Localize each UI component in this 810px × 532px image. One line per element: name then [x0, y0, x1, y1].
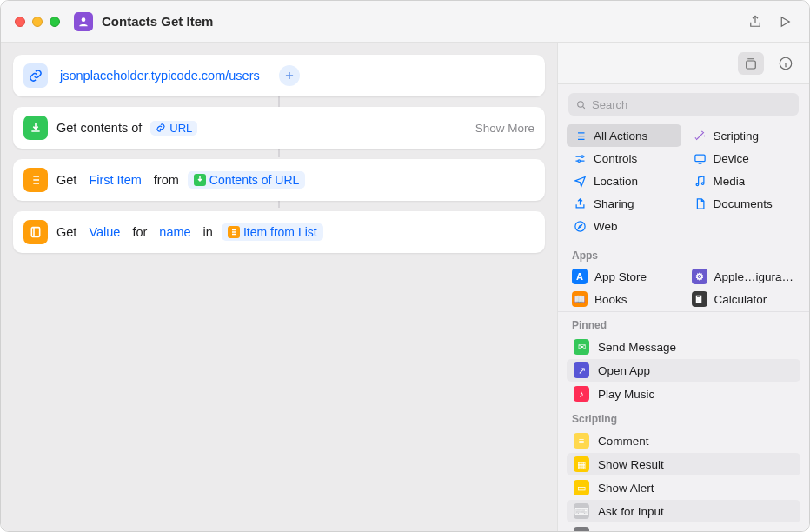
- document-icon: [694, 197, 707, 210]
- apps-grid: AApp Store⚙Apple…igurator📖Books🖩Calculat…: [558, 265, 809, 312]
- category-device[interactable]: Device: [687, 147, 801, 170]
- slider-icon: [574, 152, 587, 165]
- svg-rect-2: [747, 61, 756, 69]
- wand-icon: [694, 130, 707, 143]
- titlebar: Contacts Get Item: [1, 1, 809, 43]
- scripting-item-show-result[interactable]: ▦Show Result: [567, 453, 800, 475]
- action-label: Get contents of: [56, 121, 142, 135]
- close-window-button[interactable]: [15, 17, 25, 27]
- download-icon: [194, 174, 206, 186]
- minimize-window-button[interactable]: [32, 17, 43, 27]
- pinned-item-send-message[interactable]: ✉Send Message: [567, 336, 800, 358]
- app-app-store[interactable]: AApp Store: [567, 265, 681, 288]
- display-icon: [694, 152, 707, 165]
- apps-clip: AApp Store⚙Apple…igurator📖Books🖩Calculat…: [558, 265, 809, 312]
- action-label: Open App: [598, 364, 650, 377]
- action-label: Ask for Input: [598, 505, 664, 518]
- link-icon: [23, 63, 48, 88]
- category-label: Scripting: [714, 130, 760, 143]
- url-value[interactable]: jsonplaceholder.typicode.com/users: [56, 69, 263, 83]
- svg-rect-1: [31, 228, 39, 237]
- editor-inner: jsonplaceholder.typicode.com/users Get c…: [13, 55, 545, 253]
- window-title: Contacts Get Item: [102, 14, 213, 29]
- category-controls[interactable]: Controls: [567, 147, 681, 170]
- list-icon: [23, 168, 48, 192]
- param-first-item[interactable]: First Item: [85, 173, 144, 187]
- action-label: Show Alert: [598, 482, 654, 495]
- actions-list-scroll[interactable]: Pinned ✉Send Message↗Open App♪Play Music…: [558, 312, 809, 531]
- category-location[interactable]: Location: [567, 170, 681, 192]
- workflow-editor[interactable]: jsonplaceholder.typicode.com/users Get c…: [1, 43, 557, 531]
- download-icon: [23, 116, 48, 140]
- pinned-label: Pinned: [558, 312, 809, 335]
- app-icon: A: [572, 269, 588, 284]
- zoom-window-button[interactable]: [50, 17, 60, 27]
- svg-point-8: [696, 183, 699, 186]
- svg-point-9: [701, 182, 704, 184]
- category-label: Media: [714, 175, 746, 188]
- category-scripting[interactable]: Scripting: [687, 124, 801, 147]
- category-grid: All ActionsScriptingControlsDeviceLocati…: [558, 123, 809, 243]
- scripting-label: Scripting: [558, 406, 809, 429]
- label-get: Get: [56, 225, 76, 239]
- action-label: Count: [598, 529, 629, 532]
- svg-point-6: [578, 159, 581, 162]
- label-get: Get: [56, 173, 76, 187]
- app-apple-igurator[interactable]: ⚙Apple…igurator: [687, 265, 801, 288]
- app-icon: 🖩: [692, 291, 707, 307]
- library-sidebar: All ActionsScriptingControlsDeviceLocati…: [557, 43, 809, 531]
- svg-point-4: [578, 101, 584, 107]
- scripting-item-show-alert[interactable]: ▭Show Alert: [567, 476, 800, 499]
- show-more-button[interactable]: Show More: [475, 122, 534, 135]
- category-sharing[interactable]: Sharing: [567, 192, 681, 215]
- action-label: Play Music: [598, 388, 654, 401]
- source-contents-of-url-token[interactable]: Contents of URL: [188, 171, 306, 189]
- app-label: App Store: [594, 270, 647, 283]
- category-all-actions[interactable]: All Actions: [567, 124, 681, 147]
- scripting-item-comment[interactable]: ≡Comment: [567, 429, 800, 452]
- action-icon: Σ: [574, 527, 589, 531]
- run-button[interactable]: [773, 10, 797, 34]
- scripting-item-count[interactable]: ΣCount: [567, 523, 800, 531]
- action-icon: ✉: [574, 339, 589, 355]
- action-text-url[interactable]: jsonplaceholder.typicode.com/users: [13, 55, 545, 96]
- search-field[interactable]: [568, 93, 799, 116]
- app-icon: 📖: [572, 291, 588, 307]
- app-calculator[interactable]: 🖩Calculator: [687, 288, 801, 310]
- category-label: Controls: [594, 152, 637, 165]
- category-media[interactable]: Media: [687, 170, 801, 192]
- source-item-from-list-token[interactable]: Item from List: [222, 223, 323, 241]
- search-input[interactable]: [592, 98, 792, 111]
- param-value[interactable]: Value: [85, 225, 123, 239]
- list-icon: [228, 226, 240, 238]
- scripting-item-ask-for-input[interactable]: ⌨Ask for Input: [567, 500, 800, 522]
- action-get-dictionary-value[interactable]: Get Value for name in Item from List: [13, 211, 545, 253]
- add-variable-button[interactable]: [279, 65, 300, 86]
- app-books[interactable]: 📖Books: [567, 288, 681, 310]
- param-key[interactable]: name: [156, 225, 194, 239]
- action-get-contents-of-url[interactable]: Get contents of URL Show More: [13, 107, 545, 149]
- app-label: Apple…igurator: [714, 270, 796, 283]
- search-icon: [575, 99, 587, 110]
- category-documents[interactable]: Documents: [687, 192, 801, 215]
- category-label: Documents: [714, 197, 773, 210]
- pinned-item-play-music[interactable]: ♪Play Music: [567, 382, 800, 405]
- info-button[interactable]: [773, 52, 799, 75]
- url-param-token[interactable]: URL: [150, 121, 197, 136]
- action-get-item-from-list[interactable]: Get First Item from Contents of URL: [13, 159, 545, 201]
- shortcut-app-icon: [74, 12, 93, 31]
- share-icon: [574, 197, 587, 210]
- action-icon: ▦: [574, 456, 589, 472]
- app-label: Calculator: [714, 293, 767, 306]
- safari-icon: [574, 220, 587, 233]
- svg-point-0: [82, 17, 86, 22]
- library-toggle-button[interactable]: [738, 52, 764, 75]
- pinned-item-open-app[interactable]: ↗Open App: [567, 359, 800, 382]
- action-icon: ▭: [574, 480, 589, 495]
- app-label: Books: [594, 293, 627, 306]
- pinned-list: ✉Send Message↗Open App♪Play Music: [558, 336, 809, 405]
- svg-point-10: [575, 221, 585, 230]
- action-icon: ≡: [574, 433, 589, 449]
- category-web[interactable]: Web: [567, 215, 681, 237]
- share-button[interactable]: [743, 10, 767, 34]
